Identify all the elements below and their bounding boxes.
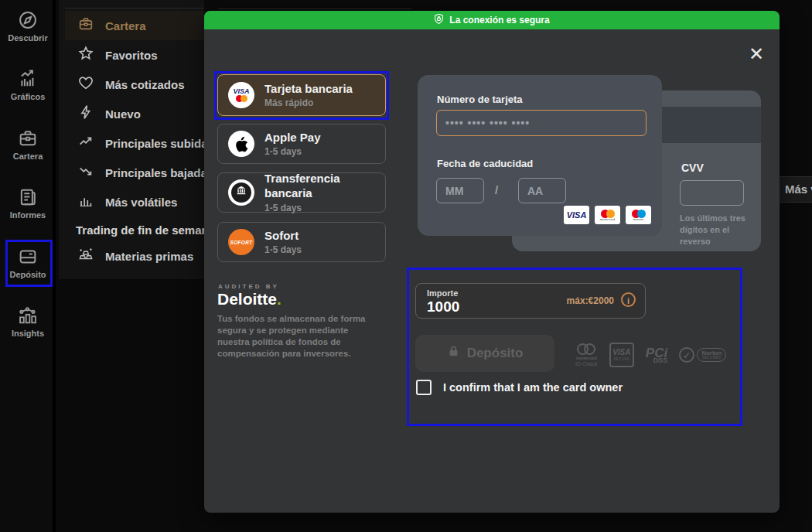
bar-chart-trend-icon [0, 68, 56, 90]
submenu-item-principales-subidas[interactable]: Principales subidas [65, 128, 204, 158]
confirm-owner-label: I confirm that I am the card owner [443, 381, 623, 394]
submenu-divider [65, 8, 204, 9]
submenu-item-cartera[interactable]: Cartera [65, 11, 204, 40]
submenu-item-nuevo[interactable]: Nuevo [65, 99, 204, 128]
method-subtitle: Más rápido [264, 97, 353, 108]
mastercard-chip-icon: mastercard [595, 206, 620, 224]
expiry-year-input[interactable] [518, 178, 566, 203]
maestro-chip-icon: maestro [626, 206, 651, 224]
trend-up-icon [77, 133, 94, 153]
visa-secure-badge-icon: VISASECURE [609, 343, 634, 367]
amount-input[interactable] [427, 298, 543, 315]
bars-icon [77, 192, 94, 212]
method-subtitle: 1-5 days [264, 244, 302, 255]
deloitte-logo: Deloitte. [217, 290, 281, 309]
bank-icon [228, 179, 254, 206]
info-icon[interactable]: i [621, 292, 636, 307]
background-truncated-tab[interactable]: Más v [780, 176, 812, 203]
submenu-item-label: Materias primas [105, 250, 193, 263]
method-subtitle: 1-5 days [264, 146, 321, 157]
briefcase-icon [77, 15, 94, 36]
secure-connection-banner: La conexión es segura [204, 11, 780, 29]
method-transferencia-bancaria[interactable]: Transferencia bancaria 1-5 days [217, 172, 386, 213]
compass-icon [0, 9, 56, 31]
submenu-item-principales-bajadas[interactable]: Principales bajadas [65, 158, 204, 187]
trend-down-icon [77, 162, 94, 182]
star-icon [77, 45, 94, 65]
heart-icon [77, 74, 94, 94]
briefcase-icon [0, 128, 56, 149]
confirm-owner-row: I confirm that I am the card owner [416, 380, 623, 395]
confirm-owner-checkbox[interactable] [416, 380, 432, 395]
submenu-item-label: Nuevo [105, 107, 141, 121]
submenu-item-label: Más cotizados [105, 78, 185, 91]
submenu-item-label: Principales bajadas [105, 166, 213, 179]
primary-sidebar: Descubrir Gráficos Cartera Informes Depó… [0, 0, 56, 532]
documents-icon [0, 186, 56, 208]
submenu-item-label: Más volátiles [105, 196, 177, 209]
credit-card-icon [0, 246, 56, 268]
submenu-item-mas-volatiles[interactable]: Más volátiles [65, 187, 204, 217]
visa-chip-icon: VISA [564, 206, 589, 224]
submenu-item-favoritos[interactable]: Favoritos [65, 40, 204, 70]
card-number-input[interactable] [436, 110, 647, 136]
submenu-item-label: Cartera [105, 19, 146, 32]
method-sofort[interactable]: SOFORT Sofort 1-5 days [217, 222, 386, 262]
expiry-label: Fecha de caducidad [437, 158, 533, 169]
cvv-input[interactable] [680, 180, 744, 206]
submenu-section-weekend-trading[interactable]: Trading de fin de semana [76, 223, 215, 237]
sidebar-item-label: Depósito [0, 270, 56, 279]
sidebar-item-graficos[interactable]: Gráficos [0, 68, 56, 118]
cvv-hint-text: Los últimos tres dígitos en el reverso [680, 213, 749, 247]
amount-max-hint: máx:€2000 [567, 295, 614, 306]
security-badges: mastercard ID Check VISASECURE PCi DSS ✓… [575, 337, 738, 373]
amount-label: Importe [427, 288, 458, 298]
method-title: Transferencia bancaria [264, 172, 385, 201]
banner-text: La conexión es segura [449, 15, 549, 26]
amount-box: Importe máx:€2000 i [415, 283, 646, 319]
submenu-item-label: Favoritos [105, 49, 158, 62]
submenu-item-label: Principales subidas [105, 137, 214, 150]
deposit-button-label: Depósito [467, 346, 524, 361]
cvv-label: CVV [681, 162, 704, 174]
markets-submenu: Cartera Favoritos Más cotizados Nuevo Pr… [59, 0, 204, 279]
method-title: Tarjeta bancaria [264, 82, 353, 97]
lock-icon [447, 345, 460, 362]
gold-bars-icon [77, 246, 94, 266]
sidebar-item-label: Cartera [0, 152, 56, 161]
submenu-item-mas-cotizados[interactable]: Más cotizados [65, 70, 204, 99]
sidebar-item-cartera[interactable]: Cartera [0, 128, 56, 177]
method-apple-pay[interactable]: Apple Pay 1-5 days [217, 124, 386, 164]
insights-chart-icon [0, 305, 56, 326]
sidebar-item-descubrir[interactable]: Descubrir [0, 9, 56, 59]
expiry-month-input[interactable] [436, 178, 484, 203]
sidebar-item-label: Gráficos [0, 92, 56, 101]
shield-lock-icon [434, 13, 444, 27]
method-tarjeta-bancaria[interactable]: VISA Tarjeta bancaria Más rápido [217, 74, 386, 116]
sidebar-item-insights[interactable]: Insights [0, 305, 56, 354]
method-subtitle: 1-5 days [264, 203, 385, 213]
close-icon[interactable]: ✕ [745, 43, 767, 65]
submenu-item-materias-primas[interactable]: Materias primas [65, 241, 204, 271]
sidebar-item-deposito[interactable]: Depósito [0, 246, 56, 295]
apple-icon [228, 131, 254, 157]
card-number-label: Número de tarjeta [437, 94, 523, 105]
method-title: Apple Pay [264, 131, 321, 145]
method-title: Sofort [264, 229, 302, 244]
audited-by-label: AUDITED BY [218, 283, 279, 290]
background-divider [218, 9, 411, 9]
pci-dss-badge-icon: PCi DSS [646, 346, 667, 364]
lightning-icon [77, 104, 94, 124]
sidebar-item-label: Insights [0, 329, 56, 338]
mastercard-idcheck-badge-icon: mastercard ID Check [575, 343, 598, 367]
deloitte-dot: . [277, 290, 281, 308]
expiry-separator: / [495, 183, 498, 196]
card-form-panel: Número de tarjeta Fecha de caducidad / V… [418, 75, 662, 236]
visa-mastercard-icon: VISA [228, 82, 254, 108]
funds-protection-text: Tus fondos se almacenan de forma segura … [217, 313, 383, 360]
sidebar-item-informes[interactable]: Informes [0, 186, 56, 236]
norton-secured-badge-icon: ✓ NortonSECURED [679, 347, 726, 363]
deposit-button[interactable]: Depósito [415, 335, 554, 372]
sidebar-item-label: Descubrir [0, 33, 56, 43]
deposit-modal: La conexión es segura ✕ VISA Tarjeta ban… [204, 11, 780, 513]
